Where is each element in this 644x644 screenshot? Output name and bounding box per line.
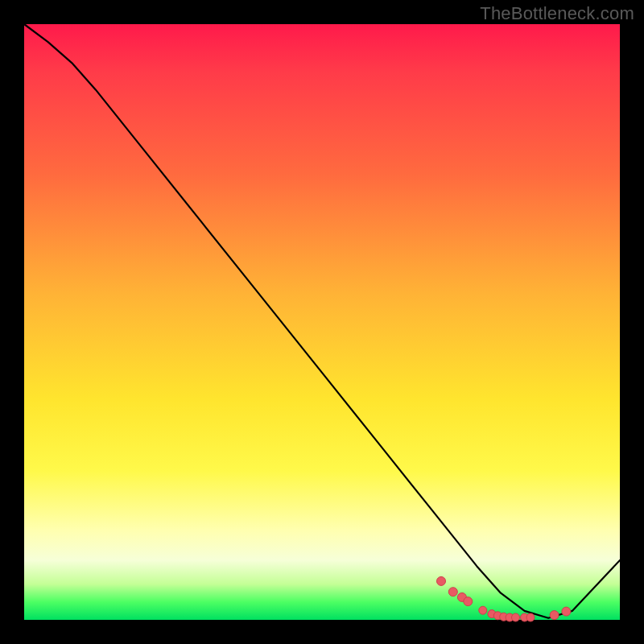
chart-svg <box>24 24 620 620</box>
marker-dot <box>512 613 520 621</box>
marker-dot <box>562 607 571 616</box>
marker-dots <box>437 576 571 621</box>
marker-dot <box>448 588 457 597</box>
chart-frame: TheBottleneck.com <box>0 0 644 644</box>
marker-dot <box>464 597 473 606</box>
marker-dot <box>479 606 487 614</box>
marker-dot <box>550 611 559 620</box>
marker-dot <box>437 576 446 585</box>
plot-area <box>24 24 620 620</box>
watermark-text: TheBottleneck.com <box>480 3 634 24</box>
bottleneck-curve <box>24 24 620 618</box>
marker-dot <box>526 613 535 621</box>
